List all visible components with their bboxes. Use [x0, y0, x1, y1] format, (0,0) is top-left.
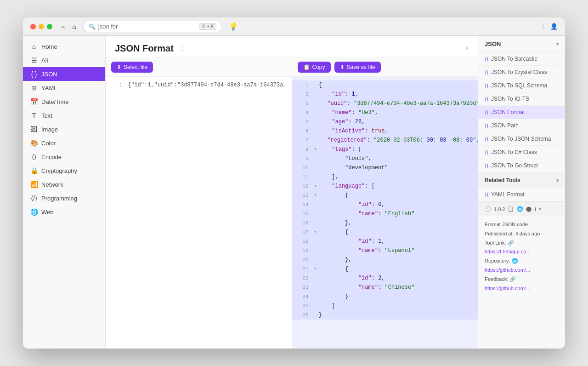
cryptography-icon: 🔒 [30, 167, 38, 174]
fold-arrow-icon[interactable]: ▾ [314, 191, 319, 200]
search-icon: 🔍 [89, 23, 96, 30]
output-line: 17▾ { [292, 228, 478, 237]
favorite-icon[interactable]: ☆ [178, 44, 186, 54]
info-icon[interactable]: ℹ [534, 206, 536, 212]
sidebar-item-label: Encode [41, 154, 62, 160]
input-toolbar: ⬆ Select file [106, 58, 292, 77]
sidebar-item-label: Network [41, 181, 63, 188]
tool-link[interactable]: https://t.he3app.co... [485, 249, 531, 254]
output-line: 4 "name": "He3", [292, 108, 478, 117]
output-line: 7 "registered": "2020-02-03T06: 00: 03 -… [292, 136, 478, 145]
search-kbd: ⌘ + K [199, 23, 216, 30]
sidebar: ⌂Home☰All{ }JSON⊞YAML📅Date/TimeTText🖼Ima… [23, 36, 106, 349]
chevron-down-icon: ▾ [556, 178, 559, 183]
sidebar-item-image[interactable]: 🖼Image [23, 122, 105, 136]
tool-icon: ⟨⟩ [485, 96, 488, 102]
related-tools-list: ⟨⟩YAML Format [478, 188, 565, 201]
sidebar-item-color[interactable]: 🎨Color [23, 136, 105, 150]
lightbulb-icon[interactable]: 💡 [229, 22, 238, 31]
tool-icon: ⟨⟩ [485, 163, 488, 169]
sidebar-item-yaml[interactable]: ⊞YAML [23, 81, 105, 95]
panel-item-json-tool[interactable]: ⟨⟩JSON To SQL Schema [478, 79, 565, 92]
output-editor: 1 {2 "id": 1,3 "uuid": "3d877494-e7d4-48… [292, 77, 478, 349]
user-icon[interactable]: 👤 [550, 23, 558, 30]
layout-toggle-icon[interactable]: ▪ [466, 44, 469, 53]
repo-link[interactable]: https://github.com/... [485, 267, 530, 273]
app-window: « ⌂ 🔍 ⌘ + K 💡 ↑ 👤 ⌂Home☰All{ }JSON⊞YAML📅… [23, 17, 565, 349]
sidebar-item-label: Color [41, 140, 56, 147]
sidebar-item-label: Programming [41, 195, 77, 202]
panel-item-json-tool[interactable]: ⟨⟩JSON To Sarcastic [478, 52, 565, 66]
sidebar-item-network[interactable]: 📶Network [23, 177, 105, 191]
copy-button[interactable]: 📋 Copy [298, 62, 331, 73]
chevron-down-icon2[interactable]: ▾ [539, 206, 541, 212]
sidebar-item-cryptography[interactable]: 🔒Cryptography [23, 164, 105, 177]
programming-icon: ⟨/⟩ [30, 194, 38, 202]
feedback-icon: 🔗 [509, 276, 516, 282]
output-line: 12▾ "language": [ [292, 182, 478, 191]
output-line: 16 }, [292, 218, 478, 228]
right-panel: JSON ▾ ⟨⟩JSON To Sarcastic⟨⟩JSON To Crys… [478, 36, 565, 349]
globe-icon[interactable]: 🌐 [517, 206, 523, 212]
sidebar-item-datetime[interactable]: 📅Date/Time [23, 95, 105, 109]
panel-item-json-tool[interactable]: ⟨⟩JSON To JSON Schema [478, 132, 565, 146]
sidebar-item-json[interactable]: { }JSON [23, 67, 105, 81]
json-icon: { } [30, 70, 38, 78]
panel-item-json-tool[interactable]: ⟨⟩JSON To Go Struct [478, 159, 565, 172]
collapse-sidebar-button[interactable]: « [62, 23, 65, 30]
related-tools-header[interactable]: Related Tools ▾ [478, 172, 565, 188]
tool-icon: ⟨⟩ [485, 83, 488, 89]
web-icon: 🌐 [30, 208, 38, 216]
color-icon: 🎨 [30, 139, 38, 147]
sidebar-item-all[interactable]: ☰All [23, 53, 105, 67]
minimize-button[interactable] [39, 24, 44, 29]
output-line: 21▾ { [292, 264, 478, 274]
save-as-file-button[interactable]: ⬇ Save as file [334, 62, 381, 73]
panel-item-json-tool[interactable]: ⟨⟩JSON To IO-TS [478, 92, 565, 106]
network-icon: 📶 [30, 181, 38, 188]
sidebar-item-encode[interactable]: ⟨⟩Encode [23, 150, 105, 164]
input-editor[interactable]: 1 {"id":1,"uuid":"3d877494-e7d4-48e3-aa7… [106, 77, 292, 349]
fold-arrow-icon[interactable]: ▾ [314, 182, 319, 191]
sidebar-item-label: YAML [41, 85, 57, 92]
fold-arrow-icon[interactable]: ▾ [314, 145, 319, 154]
output-line: 20 }, [292, 255, 478, 264]
editor-area: ⬆ Select file 1 {"id":1,"uuid":"3d877494… [106, 58, 478, 349]
panel-item-json-tool[interactable]: ⟨⟩JSON Path [478, 119, 565, 132]
json-tools-list: ⟨⟩JSON To Sarcastic⟨⟩JSON To Crystal Cla… [478, 52, 565, 172]
traffic-lights [30, 24, 52, 29]
version-info: Format JSON code Published at: 4 days ag… [478, 216, 565, 297]
feedback-link[interactable]: https://github.com/... [485, 286, 530, 291]
panel-item-json-tool[interactable]: ⟨⟩JSON To Crystal Class [478, 66, 565, 79]
page-title: JSON Format [115, 43, 174, 54]
share-icon[interactable]: ↑ [542, 23, 545, 30]
output-line: 5 "age": 26, [292, 117, 478, 126]
yaml-icon: ⊞ [30, 84, 38, 92]
maximize-button[interactable] [47, 24, 52, 29]
close-button[interactable] [30, 24, 36, 29]
encode-icon: ⟨⟩ [30, 153, 38, 160]
sidebar-item-text[interactable]: TText [23, 109, 105, 122]
select-file-button[interactable]: ⬆ Select file [111, 62, 153, 73]
search-input[interactable] [98, 23, 196, 30]
tool-icon: ⟨⟩ [485, 136, 488, 142]
sidebar-item-web[interactable]: 🌐Web [23, 205, 105, 219]
titlebar-actions: ↑ 👤 [542, 23, 558, 30]
sidebar-item-home[interactable]: ⌂Home [23, 40, 105, 53]
image-icon: 🖼 [30, 126, 38, 133]
search-bar[interactable]: 🔍 ⌘ + K [84, 21, 221, 32]
home-icon[interactable]: ⌂ [71, 23, 78, 30]
output-line: 18 "id": 1, [292, 237, 478, 246]
json-section-header[interactable]: JSON ▾ [478, 36, 565, 52]
tool-link-icon: 🔗 [508, 240, 514, 246]
panel-item-related-tool[interactable]: ⟨⟩YAML Format [478, 188, 565, 201]
panel-item-json-tool[interactable]: ⟨⟩JSON To C# Class [478, 146, 565, 159]
fold-arrow-icon[interactable]: ▾ [314, 264, 319, 274]
sidebar-item-label: Web [41, 209, 54, 216]
panel-item-json-tool[interactable]: ⟨⟩JSON Format [478, 106, 565, 119]
copy2-icon[interactable]: 📋 [508, 206, 514, 212]
sidebar-item-programming[interactable]: ⟨/⟩Programming [23, 191, 105, 205]
github-icon[interactable]: ⬤ [526, 206, 531, 212]
app-layout: ⌂Home☰All{ }JSON⊞YAML📅Date/TimeTText🖼Ima… [23, 36, 565, 349]
fold-arrow-icon[interactable]: ▾ [314, 228, 319, 237]
